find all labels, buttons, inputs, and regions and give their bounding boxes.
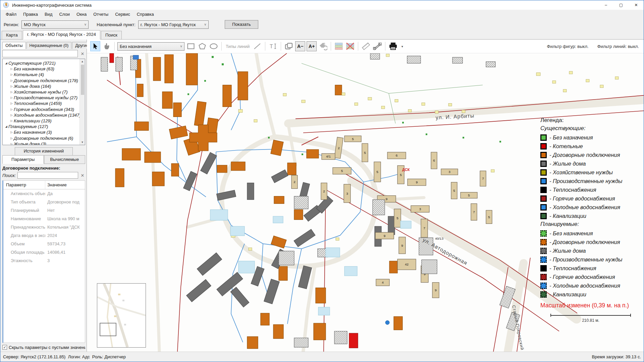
table-row[interactable]: Дата ввода в эксплуат2024: [3, 231, 85, 240]
map-building[interactable]: [247, 337, 258, 349]
map-building[interactable]: [171, 164, 179, 176]
map-building[interactable]: [201, 152, 217, 174]
map-building[interactable]: [448, 103, 452, 106]
map-building[interactable]: [342, 93, 345, 96]
scroll-down-icon[interactable]: ▼: [81, 140, 84, 145]
map-building[interactable]: [349, 333, 358, 348]
expanded-icon[interactable]: ◢: [4, 125, 8, 128]
map-building[interactable]: [381, 106, 385, 109]
history-tab[interactable]: История изменений: [15, 147, 73, 155]
map-building[interactable]: [204, 80, 206, 82]
map-building[interactable]: [407, 56, 421, 63]
map-building[interactable]: [210, 209, 228, 220]
map-building[interactable]: [169, 126, 187, 139]
map-building[interactable]: [307, 149, 319, 158]
map-building[interactable]: [402, 122, 404, 123]
collapsed-icon[interactable]: ▷: [9, 67, 14, 70]
map-building[interactable]: [368, 98, 372, 100]
map-building[interactable]: [238, 261, 255, 273]
map-building[interactable]: [314, 323, 326, 340]
main-tab-2[interactable]: Поиск: [101, 31, 122, 39]
menu-item-0[interactable]: Файл: [2, 10, 20, 18]
clear-param-search-icon[interactable]: ✕: [80, 173, 85, 178]
menu-item-4[interactable]: Окна: [73, 10, 90, 18]
map-building[interactable]: [287, 163, 296, 175]
map-building[interactable]: [491, 170, 494, 172]
collapsed-icon[interactable]: ▷: [9, 96, 14, 99]
map-building[interactable]: [183, 171, 197, 191]
map-building[interactable]: [408, 109, 412, 112]
collapsed-icon[interactable]: ▷: [9, 102, 14, 105]
menu-item-3[interactable]: Слои: [56, 10, 73, 18]
map-building[interactable]: [294, 338, 308, 347]
font-decrease-button[interactable]: A−: [295, 41, 305, 51]
map-building[interactable]: [394, 316, 402, 330]
map-building[interactable]: [462, 110, 465, 113]
map-building[interactable]: [316, 288, 326, 303]
map-building[interactable]: [386, 54, 389, 57]
map-building[interactable]: [563, 89, 567, 92]
menu-item-6[interactable]: Сервис: [112, 10, 133, 18]
tree-item[interactable]: ▷Без назначения (3): [4, 129, 79, 135]
map-building[interactable]: [569, 71, 573, 74]
measure-tape-button[interactable]: [372, 41, 382, 51]
map-building[interactable]: [197, 253, 222, 276]
map-building[interactable]: [615, 77, 619, 79]
tree-item[interactable]: ▷Теплоснабжения (1459): [4, 101, 79, 106]
menu-item-5[interactable]: Отчеты: [90, 10, 112, 18]
map-building[interactable]: [318, 307, 330, 315]
map-building[interactable]: [600, 85, 603, 88]
collapsed-icon[interactable]: ▷: [9, 85, 14, 88]
table-row[interactable]: Этажность3: [3, 256, 85, 265]
table-row[interactable]: Принадлежность к коКотельная "ДСК: [3, 223, 85, 231]
menu-item-7[interactable]: Справка: [133, 10, 157, 18]
table-row[interactable]: ПланируемыйНет: [3, 206, 85, 215]
map-building[interactable]: [279, 251, 294, 265]
map-building[interactable]: [238, 109, 243, 112]
map-building[interactable]: [122, 148, 141, 160]
map-building[interactable]: [231, 162, 245, 171]
map-building[interactable]: [400, 221, 411, 228]
map-building[interactable]: [137, 84, 143, 97]
map-building[interactable]: [135, 122, 149, 130]
tree-item[interactable]: ▷Горячие водоснабжения (343): [4, 107, 79, 112]
minimap[interactable]: [97, 283, 146, 348]
map-building[interactable]: [186, 53, 198, 85]
collapsed-icon[interactable]: ▷: [9, 108, 14, 111]
map-building[interactable]: [373, 200, 385, 215]
map-building[interactable]: [268, 137, 270, 138]
maximize-button[interactable]: ▢: [613, 0, 629, 10]
map-viewport[interactable]: 2555235659953799635577429944/125ДСК40/13…: [87, 53, 644, 352]
map-building[interactable]: [162, 92, 172, 109]
map-building[interactable]: [294, 196, 308, 209]
draw-line-button[interactable]: [252, 41, 262, 51]
table-row[interactable]: Объем59734,73: [3, 240, 85, 248]
map-building[interactable]: [422, 260, 437, 274]
map-building[interactable]: [344, 266, 357, 276]
show-button[interactable]: Показать: [225, 20, 258, 29]
column-value[interactable]: Значение: [45, 181, 85, 189]
collapsed-icon[interactable]: ▷: [9, 73, 14, 76]
tree-item[interactable]: ▷Канализации (129): [4, 118, 79, 124]
map-building[interactable]: [586, 79, 589, 82]
settlement-select[interactable]: г. Якутск - МО Город Якутск ˅: [138, 20, 209, 29]
refresh-labels-button[interactable]: [318, 41, 328, 51]
map-building[interactable]: [283, 94, 286, 96]
map-building[interactable]: [336, 238, 339, 240]
main-tab-0[interactable]: Карта: [2, 31, 22, 39]
map-building[interactable]: [223, 85, 231, 107]
map-building[interactable]: [552, 81, 556, 83]
map-building[interactable]: [173, 103, 181, 117]
column-parameter[interactable]: Параметр: [3, 181, 45, 189]
table-row[interactable]: Тип объектаДоговорное под: [3, 198, 85, 206]
objects-tab-1[interactable]: Неразмещенные (0): [26, 42, 72, 49]
map-building[interactable]: [326, 248, 340, 257]
map-building[interactable]: [133, 55, 139, 59]
expanded-icon[interactable]: ◢: [4, 62, 8, 65]
map-building[interactable]: [294, 229, 315, 247]
map-building[interactable]: [536, 73, 540, 76]
tree-item[interactable]: ◢Планируемые (127): [4, 124, 79, 129]
map-building[interactable]: [273, 324, 283, 339]
tree-item[interactable]: ▷Без назначения (63): [4, 66, 79, 72]
clear-search-icon[interactable]: ✕: [80, 51, 85, 56]
